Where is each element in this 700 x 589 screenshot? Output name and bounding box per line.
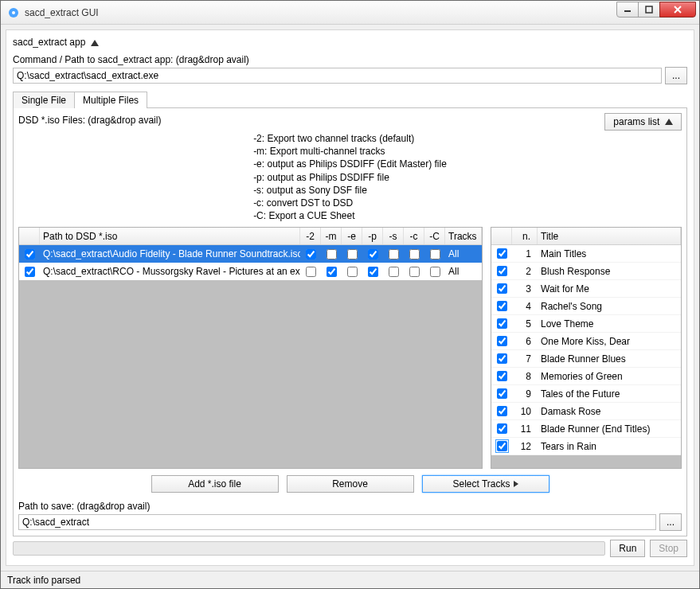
list-item[interactable]: 6One More Kiss, Dear: [491, 333, 681, 350]
col-tracks[interactable]: Tracks: [445, 228, 482, 244]
minimize-button[interactable]: [616, 2, 639, 18]
col-s[interactable]: -s: [383, 228, 404, 244]
run-row: Run Stop: [13, 536, 687, 560]
dsd-label: DSD *.iso Files: (drag&drop avail): [18, 113, 161, 127]
list-item[interactable]: 12Tears in Rain: [491, 438, 681, 455]
flag-checkbox[interactable]: [306, 267, 316, 277]
command-label: Command / Path to sacd_extract app: (dra…: [13, 53, 687, 67]
track-checkbox[interactable]: [497, 371, 507, 381]
flag-checkbox[interactable]: [409, 267, 420, 277]
track-title: Blade Runner Blues: [538, 350, 681, 367]
track-checkbox[interactable]: [497, 266, 507, 276]
save-browse-button[interactable]: ...: [659, 513, 682, 531]
row-checkbox[interactable]: [25, 267, 35, 277]
col-p[interactable]: -p: [362, 228, 383, 244]
flag-checkbox[interactable]: [389, 249, 399, 259]
maximize-button[interactable]: [638, 2, 660, 18]
track-checkbox[interactable]: [497, 441, 507, 451]
col-path[interactable]: Path to DSD *.iso: [40, 228, 300, 244]
table-row[interactable]: Q:\sacd_extract\RCO - Mussorgsky Ravel -…: [19, 263, 482, 280]
col-cap-c[interactable]: -C: [424, 228, 445, 244]
select-tracks-button[interactable]: Select Tracks: [422, 475, 549, 493]
list-item[interactable]: 11Blade Runner (End Titles): [491, 420, 681, 438]
track-title: Tales of the Future: [538, 385, 681, 402]
track-checkbox[interactable]: [497, 423, 507, 434]
tab-strip: Single File Multiple Files: [13, 91, 687, 107]
track-table-header: n. Title: [491, 228, 681, 245]
list-item[interactable]: 3Wait for Me: [491, 280, 681, 298]
track-number: 8: [512, 368, 538, 384]
list-item[interactable]: 7Blade Runner Blues: [491, 350, 681, 368]
flag-checkbox[interactable]: [327, 249, 337, 259]
content-area: sacd_extract app Command / Path to sacd_…: [6, 29, 694, 566]
track-checkbox[interactable]: [497, 283, 507, 294]
progress-bar: [13, 541, 605, 556]
run-button[interactable]: Run: [610, 540, 645, 557]
col-e[interactable]: -e: [342, 228, 362, 244]
track-title: Wait for Me: [538, 280, 681, 297]
track-number: 5: [512, 315, 538, 332]
tab-single-file[interactable]: Single File: [13, 92, 75, 108]
table-row[interactable]: Q:\sacd_extract\Audio Fidelity - Blade R…: [19, 245, 482, 263]
col-n[interactable]: n.: [512, 228, 538, 244]
flag-checkbox[interactable]: [306, 249, 316, 259]
list-item[interactable]: 2Blush Response: [491, 263, 681, 280]
track-checkbox[interactable]: [497, 248, 507, 259]
tab-multiple-files[interactable]: Multiple Files: [74, 92, 147, 108]
close-button[interactable]: [659, 2, 696, 18]
flag-checkbox[interactable]: [389, 267, 399, 277]
list-item[interactable]: 4Rachel's Song: [491, 298, 681, 315]
col-m[interactable]: -m: [321, 228, 342, 244]
collapse-icon[interactable]: [91, 40, 99, 46]
flag-checkbox[interactable]: [368, 267, 378, 277]
list-item[interactable]: 5Love Theme: [491, 315, 681, 333]
triangle-up-icon: [665, 119, 673, 125]
flag-checkbox[interactable]: [347, 249, 358, 259]
list-item[interactable]: 10Damask Rose: [491, 403, 681, 420]
remove-button[interactable]: Remove: [287, 475, 414, 493]
list-item[interactable]: 1Main Titles: [491, 245, 681, 263]
add-iso-button[interactable]: Add *.iso file: [151, 475, 279, 493]
track-checkbox[interactable]: [497, 301, 507, 311]
triangle-right-icon: [514, 481, 518, 487]
track-checkbox[interactable]: [497, 353, 507, 364]
iso-path-cell: Q:\sacd_extract\RCO - Mussorgsky Ravel -…: [40, 263, 300, 280]
track-checkbox[interactable]: [497, 336, 507, 346]
flag-checkbox[interactable]: [409, 249, 420, 259]
iso-path-cell: Q:\sacd_extract\Audio Fidelity - Blade R…: [40, 245, 300, 263]
track-checkbox[interactable]: [497, 318, 507, 329]
flag-checkbox[interactable]: [430, 249, 440, 259]
track-title: One More Kiss, Dear: [538, 333, 681, 349]
col-2[interactable]: -2: [300, 228, 321, 244]
command-browse-button[interactable]: ...: [665, 67, 687, 84]
col-c[interactable]: -c: [404, 228, 424, 244]
track-number: 4: [512, 298, 538, 314]
status-bar: Track info parsed: [1, 571, 699, 588]
iso-table: Path to DSD *.iso -2 -m -e -p -s -c -C T…: [18, 227, 483, 469]
action-buttons: Add *.iso file Remove Select Tracks: [18, 469, 682, 499]
list-item[interactable]: 9Tales of the Future: [491, 385, 681, 403]
track-checkbox[interactable]: [497, 388, 507, 399]
svg-rect-2: [624, 10, 631, 12]
app-section-header: sacd_extract app: [13, 35, 687, 53]
row-checkbox[interactable]: [25, 249, 35, 259]
track-title: Blade Runner (End Titles): [538, 420, 681, 437]
track-table: n. Title 1Main Titles2Blush Response3Wai…: [491, 227, 682, 469]
track-checkbox[interactable]: [497, 406, 507, 416]
col-title[interactable]: Title: [538, 228, 681, 244]
params-list-button[interactable]: params list: [604, 113, 682, 131]
flag-checkbox[interactable]: [368, 249, 378, 259]
list-item[interactable]: 8Memories of Green: [491, 368, 681, 385]
flag-checkbox[interactable]: [347, 267, 358, 277]
tracks-cell: All: [445, 263, 482, 280]
tracks-cell: All: [445, 245, 482, 263]
track-number: 12: [512, 438, 538, 454]
window-controls: [617, 2, 696, 18]
save-path-input[interactable]: [18, 514, 656, 530]
command-path-input[interactable]: [13, 68, 662, 84]
track-number: 10: [512, 403, 538, 419]
flag-checkbox[interactable]: [430, 267, 440, 277]
track-title: Love Theme: [538, 315, 681, 332]
svg-rect-3: [646, 6, 652, 13]
flag-checkbox[interactable]: [327, 267, 337, 277]
